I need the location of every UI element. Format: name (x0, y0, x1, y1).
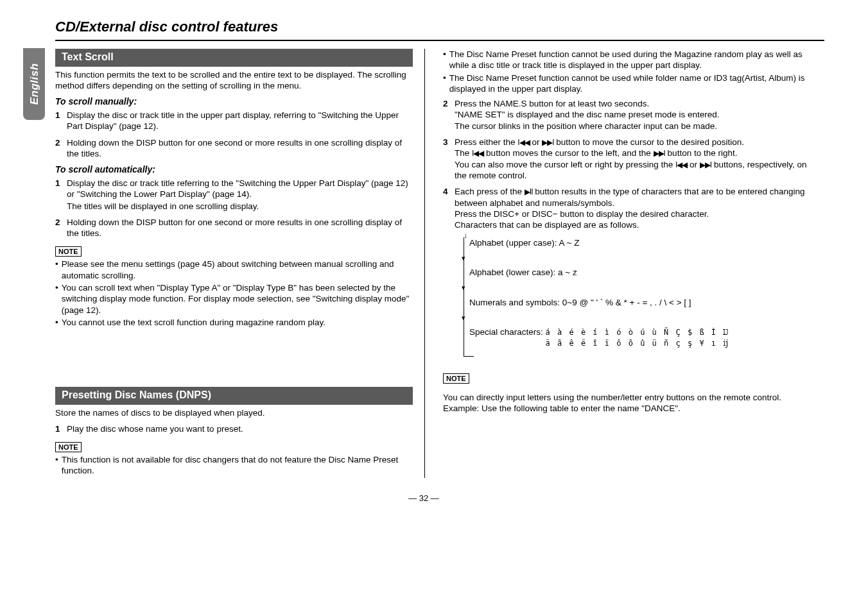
step-text: Each press of the ▶II button results in … (455, 186, 810, 357)
section-head-text-scroll: Text Scroll (55, 49, 413, 66)
dnps-top-notes: The Disc Name Preset function cannot be … (443, 49, 810, 94)
flow-spec-label: Special characters: (469, 327, 546, 337)
manual-step-2: 2 Holding down the DISP button for one s… (55, 137, 413, 160)
note-item: You can scroll text when "Display Type A… (62, 282, 413, 316)
s3c-mid: or (687, 160, 700, 169)
step-number: 1 (55, 110, 67, 132)
s3b-mid: button moves the cursor to the left, and… (483, 148, 653, 158)
step-2a: Press the NAME.S button for at least two… (455, 98, 810, 109)
flow-upper: Alphabet (upper case): A ~ Z (469, 237, 810, 248)
note-label: NOTE (55, 246, 82, 257)
flow-spec-line1: á à é è í ì ó ò ú ù Ñ Ç $ ß İ Ĳ (546, 328, 729, 337)
flow-lower: Alphabet (lower case): a ~ z (469, 267, 810, 278)
step-4b: Press the DISC+ or DISC− button to displ… (455, 208, 810, 219)
note-item: You cannot use the text scroll function … (62, 317, 326, 328)
note-label: NOTE (55, 442, 82, 452)
manual-step-1: 1 Display the disc or track title in the… (55, 110, 413, 132)
manual-sub-head: To scroll manually: (55, 96, 413, 108)
dnps-step-3: 3 Press either the I◀◀ or ▶▶I button to … (443, 137, 810, 181)
flow-nums: Numerals and symbols: 0~9 @ " ' ` % & * … (469, 297, 810, 308)
step-text: Holding down the DISP button for one sec… (67, 217, 413, 239)
dnps-step-1: 1 Play the disc whose name you want to p… (55, 423, 413, 434)
dnps-step-2: 2 Press the NAME.S button for at least t… (443, 98, 810, 132)
page-title: CD/External disc control features (23, 18, 824, 40)
dnps-notes: This function is not available for disc … (55, 454, 413, 477)
s3b-post: button to the right. (665, 148, 738, 158)
s3c-pre: You can also move the cursor left or rig… (455, 160, 675, 169)
auto-step-1b: The titles will be displayed in one scro… (67, 201, 413, 212)
s3a-mid: or (530, 137, 542, 147)
step-4c: Characters that can be displayed are as … (455, 219, 810, 230)
step-number: 1 (55, 423, 67, 434)
prev-track-icon: I◀◀ (517, 138, 529, 147)
auto-sub-head: To scroll automatically: (55, 164, 413, 176)
prev-track-icon: I◀◀ (472, 149, 483, 158)
language-tab: English (23, 48, 45, 120)
language-tab-label: English (27, 64, 41, 105)
note-label: NOTE (443, 373, 469, 384)
text-scroll-notes: Please see the menu settings (page 45) a… (55, 259, 413, 328)
next-track-icon: ▶▶I (542, 138, 553, 147)
step-text: Holding down the DISP button for one sec… (67, 137, 413, 160)
right-note-p2: Example: Use the following table to ente… (443, 403, 810, 414)
next-track-icon: ▶▶I (654, 149, 665, 158)
down-arrow-icon: ↓ (464, 231, 467, 241)
auto-step-1: 1 Display the disc or track title referr… (55, 178, 413, 212)
s3a-post: button to move the cursor to the desired… (554, 137, 744, 147)
page-number: — 32 — (23, 493, 824, 504)
step-text: Play the disc whose name you want to pre… (67, 423, 413, 434)
flow-special: Special characters: á à é è í ì ó ò ú ù … (469, 327, 810, 349)
flow-spec-line2: ä ã ê ë î ï ô õ û ü ñ ç ş ¥ ı ĳ (546, 339, 729, 348)
auto-step-1a: Display the disc or track title referrin… (67, 178, 413, 200)
dnps-intro: Store the names of discs to be displayed… (55, 407, 413, 418)
s3b-pre: The (455, 148, 472, 158)
note-item: The Disc Name Preset function cannot be … (449, 49, 810, 71)
left-column: Text Scroll This function permits the te… (55, 49, 425, 477)
auto-step-2: 2 Holding down the DISP button for one s… (55, 217, 413, 239)
s4a-pre: Each press of the (455, 187, 525, 196)
play-pause-icon: ▶II (525, 187, 533, 196)
step-number: 4 (443, 186, 455, 357)
section-head-dnps: Presetting Disc Names (DNPS) (55, 387, 413, 404)
step-number: 2 (443, 98, 455, 132)
step-number: 3 (443, 137, 455, 181)
step-2b: "NAME SET" is displayed and the disc nam… (455, 109, 810, 120)
down-arrow-icon: ▾ (462, 283, 465, 292)
note-item: The Disc Name Preset function cannot be … (449, 72, 810, 95)
step-text: Press either the I◀◀ or ▶▶I button to mo… (455, 137, 810, 181)
step-text: Display the disc or track title in the u… (67, 110, 413, 132)
right-column: The Disc Name Preset function cannot be … (440, 49, 810, 477)
note-item: This function is not available for disc … (62, 454, 413, 477)
text-scroll-intro: This function permits the text to be scr… (55, 69, 413, 92)
note-item: Please see the menu settings (page 45) a… (62, 259, 413, 281)
right-note-p1: You can directly input letters using the… (443, 392, 810, 403)
step-2c: The cursor blinks in the position where … (455, 121, 810, 132)
down-arrow-icon: ▾ (462, 313, 465, 322)
step-number: 2 (55, 137, 67, 160)
title-rule (55, 40, 824, 41)
character-flow-diagram: ↓ Alphabet (upper case): A ~ Z ▾ Alphabe… (464, 237, 810, 357)
step-text: Display the disc or track title referrin… (67, 178, 413, 212)
step-text: Press the NAME.S button for at least two… (455, 98, 810, 132)
step-number: 1 (55, 178, 67, 212)
s3a-pre: Press either the (455, 137, 517, 147)
prev-track-icon: I◀◀ (675, 160, 687, 169)
down-arrow-icon: ▾ (462, 253, 465, 262)
step-number: 2 (55, 217, 67, 239)
next-track-icon: ▶▶I (700, 160, 711, 169)
dnps-step-4: 4 Each press of the ▶II button results i… (443, 186, 810, 357)
